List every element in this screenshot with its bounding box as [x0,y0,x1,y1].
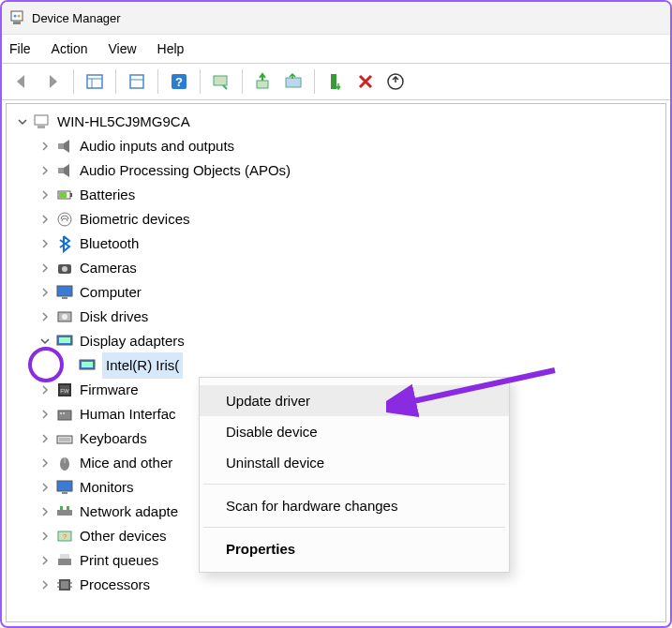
ctx-uninstall-device[interactable]: Uninstall device [200,447,509,478]
ctx-disable-device[interactable]: Disable device [200,416,509,447]
svg-rect-33 [82,362,93,367]
category-icon [55,259,74,277]
tree-item[interactable]: Bluetooth [7,232,665,256]
category-icon [55,429,74,448]
tree-item-label: Print queues [80,548,158,573]
toolbar: ? [2,63,670,100]
tree-item-label: Disk drives [80,305,148,329]
tree-item-label: Display adapters [80,329,185,353]
svg-rect-39 [63,412,65,414]
expand-icon[interactable] [38,213,52,226]
svg-rect-13 [286,78,301,87]
ctx-separator [203,484,505,485]
expand-icon[interactable] [38,237,52,250]
expand-icon[interactable] [38,432,52,445]
uninstall-device-toolbar-button[interactable] [321,67,351,97]
show-hide-console-button[interactable] [80,67,110,97]
expand-icon[interactable] [38,383,52,396]
svg-point-29 [62,314,67,320]
properties-button[interactable] [122,67,152,97]
menu-action[interactable]: Action [52,41,88,56]
expand-icon[interactable] [38,578,52,591]
tree-item[interactable]: Audio inputs and outputs [7,134,665,158]
tree-item[interactable]: Cameras [7,256,665,280]
category-icon [55,454,74,472]
svg-rect-4 [87,75,102,88]
tree-item-label: Human Interfac [80,402,176,426]
tree-item[interactable]: Batteries [7,183,665,207]
expand-icon[interactable] [38,286,52,299]
tree-item-label: Firmware [80,378,139,402]
tree-item-label: Biometric devices [80,207,190,232]
scan-hardware-button[interactable] [206,67,236,97]
menu-view[interactable]: View [108,41,136,56]
svg-rect-38 [60,412,62,414]
ctx-properties[interactable]: Properties [200,533,509,564]
update-driver-toolbar-button[interactable] [248,67,278,97]
tree-item-label: Other devices [80,524,167,548]
category-icon [55,161,74,180]
expand-icon[interactable] [38,310,52,323]
svg-rect-40 [57,436,72,443]
expand-icon[interactable] [38,188,52,202]
expand-icon[interactable] [38,554,52,567]
svg-rect-48 [60,506,63,510]
expand-icon[interactable] [38,481,52,494]
category-icon [55,332,74,351]
menu-file[interactable]: File [9,41,31,56]
tree-item[interactable]: Disk drives [7,305,665,329]
tree-child[interactable]: Intel(R) Iris( [7,353,665,378]
tree-item-label: Audio inputs and outputs [80,134,234,158]
ctx-update-driver[interactable]: Update driver [200,385,509,416]
ctx-scan-hardware[interactable]: Scan for hardware changes [200,490,509,521]
category-icon [55,137,74,156]
category-icon [55,186,74,204]
computer-icon [33,112,52,131]
expand-icon[interactable] [38,164,52,177]
svg-rect-37 [58,411,71,420]
svg-rect-19 [58,168,64,173]
window-title: Device Manager [32,11,121,25]
category-icon [55,283,74,302]
category-icon: ? [55,527,74,546]
svg-point-3 [18,15,21,18]
tree-item-label: Bluetooth [80,232,139,256]
svg-rect-45 [57,481,72,491]
title-bar: Device Manager [2,2,670,34]
svg-rect-22 [59,192,67,198]
tree-item[interactable]: Processors [7,573,665,597]
expand-icon[interactable] [38,408,52,421]
expand-icon[interactable] [38,456,52,470]
collapse-icon[interactable] [38,335,52,348]
tree-root[interactable]: WIN-HL5CJ9MG9CA [7,110,665,134]
category-icon [55,478,74,497]
expand-icon[interactable] [38,262,52,275]
device-icon [78,356,97,375]
expand-icon[interactable] [38,140,52,153]
tree-item-label: Mice and other [80,451,172,475]
collapse-icon[interactable] [16,115,29,128]
add-legacy-button[interactable] [381,67,411,97]
expand-icon[interactable] [38,530,52,543]
delete-button[interactable] [351,67,381,97]
tree-item[interactable]: Display adapters [7,329,665,353]
disable-device-toolbar-button[interactable] [278,67,308,97]
forward-button[interactable] [37,67,67,97]
tree-item[interactable]: Audio Processing Objects (APOs) [7,158,665,183]
menu-help[interactable]: Help [157,41,185,56]
svg-text:?: ? [63,532,67,541]
back-button[interactable] [7,67,37,97]
svg-rect-49 [67,506,69,510]
category-icon [55,210,74,229]
expand-icon[interactable] [38,505,52,518]
tree-item[interactable]: Biometric devices [7,207,665,232]
tree-item[interactable]: Computer [7,280,665,305]
svg-rect-0 [11,11,22,21]
category-icon [55,576,74,594]
svg-rect-26 [57,286,72,296]
help-button[interactable]: ? [164,67,194,97]
category-icon [55,502,74,521]
svg-rect-1 [13,22,21,24]
svg-rect-46 [62,492,67,494]
svg-rect-7 [130,75,143,88]
